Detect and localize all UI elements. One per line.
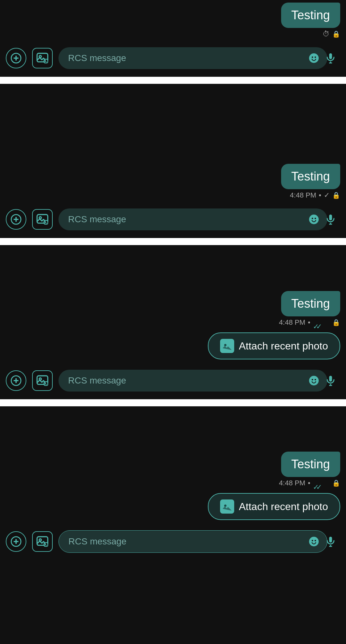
message-time-3: 4:48 PM bbox=[279, 318, 305, 327]
image-attach-button-1[interactable] bbox=[32, 48, 53, 68]
divider-2 bbox=[0, 238, 346, 245]
add-button-3[interactable] bbox=[6, 370, 26, 391]
mic-button-3[interactable] bbox=[325, 375, 336, 386]
svg-point-10 bbox=[315, 57, 316, 58]
emoji-button-2[interactable] bbox=[308, 214, 320, 225]
input-icons-4 bbox=[308, 536, 340, 547]
svg-point-22 bbox=[309, 215, 319, 224]
svg-point-53 bbox=[44, 543, 46, 544]
chat-section-2: Testing 4:48 PM • ✓ 🔒 bbox=[0, 84, 346, 238]
emoji-icon-2 bbox=[308, 214, 320, 225]
emoji-button-1[interactable] bbox=[308, 52, 320, 64]
input-icons-1 bbox=[308, 52, 340, 64]
message-meta-3: 4:48 PM • ✓ ✓ 🔒 bbox=[279, 318, 340, 327]
svg-point-39 bbox=[312, 379, 313, 381]
lock-icon: 🔒 bbox=[332, 30, 340, 38]
svg-point-55 bbox=[312, 540, 313, 542]
check-icon-2: ✓ bbox=[324, 191, 330, 199]
input-icons-2 bbox=[308, 214, 340, 225]
add-button-4[interactable] bbox=[6, 531, 26, 552]
rcs-input-3[interactable] bbox=[58, 370, 327, 392]
dot-separator-2: • bbox=[319, 191, 321, 199]
emoji-icon-1 bbox=[308, 52, 320, 64]
dot-separator-3: • bbox=[308, 318, 310, 327]
rcs-input-1[interactable] bbox=[58, 47, 327, 69]
divider-1 bbox=[0, 77, 346, 84]
attach-photo-icon-4 bbox=[220, 499, 234, 514]
image-attach-button-3[interactable] bbox=[32, 370, 53, 391]
svg-point-23 bbox=[312, 218, 313, 219]
emoji-icon-4 bbox=[308, 536, 320, 547]
emoji-icon-3 bbox=[308, 375, 320, 386]
image-icon-2 bbox=[36, 213, 49, 226]
svg-point-9 bbox=[312, 57, 313, 58]
svg-point-45 bbox=[224, 505, 226, 507]
mic-button-1[interactable] bbox=[325, 52, 336, 64]
mic-icon-4 bbox=[325, 536, 336, 547]
svg-point-38 bbox=[309, 376, 319, 385]
svg-rect-11 bbox=[329, 53, 332, 59]
svg-point-24 bbox=[315, 218, 316, 219]
message-meta-2: 4:48 PM • ✓ 🔒 bbox=[290, 191, 340, 199]
svg-point-40 bbox=[315, 379, 316, 381]
attach-label-4: Attach recent photo bbox=[239, 501, 328, 513]
message-bubble-3: Testing bbox=[281, 291, 340, 316]
input-row-3 bbox=[6, 366, 340, 399]
dot-separator-4: • bbox=[308, 479, 310, 487]
plus-icon-3 bbox=[10, 375, 22, 386]
mic-button-4[interactable] bbox=[325, 536, 336, 547]
input-row-4 bbox=[6, 527, 340, 560]
plus-icon-2 bbox=[10, 214, 22, 225]
plus-icon bbox=[10, 52, 22, 64]
attach-recent-photo-button-4[interactable]: Attach recent photo bbox=[208, 493, 340, 520]
divider-3 bbox=[0, 399, 346, 406]
rcs-input-2[interactable] bbox=[58, 208, 327, 230]
chat-section-3: Testing 4:48 PM • ✓ ✓ 🔒 Attach recent ph… bbox=[0, 245, 346, 399]
message-time-4: 4:48 PM bbox=[279, 479, 305, 487]
svg-point-54 bbox=[309, 537, 319, 546]
image-attach-button-2[interactable] bbox=[32, 209, 53, 230]
image-icon-4 bbox=[36, 535, 49, 548]
image-icon bbox=[36, 52, 49, 65]
mic-button-2[interactable] bbox=[325, 214, 336, 225]
chat-section-1: Testing ⏱ 🔒 bbox=[0, 0, 346, 77]
message-bubble: Testing bbox=[281, 3, 340, 28]
plus-icon-4 bbox=[10, 536, 22, 547]
lock-icon-3: 🔒 bbox=[332, 319, 340, 326]
message-bubble-4: Testing bbox=[281, 452, 340, 477]
chat-section-4: Testing 4:48 PM • ✓ ✓ 🔒 Attach recent ph… bbox=[0, 406, 346, 560]
message-meta-4: 4:48 PM • ✓ ✓ 🔒 bbox=[279, 479, 340, 487]
input-row-1 bbox=[6, 44, 340, 77]
svg-rect-25 bbox=[329, 215, 332, 220]
lock-icon-2: 🔒 bbox=[332, 191, 340, 199]
mic-icon-2 bbox=[325, 214, 336, 225]
svg-point-37 bbox=[44, 382, 46, 384]
mic-icon-1 bbox=[325, 52, 336, 64]
svg-point-7 bbox=[44, 60, 46, 61]
svg-rect-57 bbox=[329, 537, 332, 543]
svg-point-8 bbox=[309, 53, 319, 63]
attach-photo-icon-3 bbox=[220, 339, 234, 353]
lock-icon-4: 🔒 bbox=[332, 479, 340, 487]
emoji-button-3[interactable] bbox=[308, 375, 320, 386]
image-attach-button-4[interactable] bbox=[32, 531, 53, 552]
svg-point-21 bbox=[44, 221, 46, 222]
input-icons-3 bbox=[308, 375, 340, 386]
add-button-1[interactable] bbox=[6, 48, 26, 68]
attach-recent-photo-button-3[interactable]: Attach recent photo bbox=[208, 332, 340, 359]
image-icon-3 bbox=[36, 374, 49, 387]
emoji-button-4[interactable] bbox=[308, 536, 320, 547]
photo-icon-4 bbox=[222, 501, 233, 512]
message-bubble-2: Testing bbox=[281, 164, 340, 189]
add-button-2[interactable] bbox=[6, 209, 26, 230]
timer-icon: ⏱ bbox=[323, 30, 330, 38]
attach-label-3: Attach recent photo bbox=[239, 340, 328, 352]
message-time-2: 4:48 PM bbox=[290, 191, 316, 199]
svg-point-29 bbox=[224, 344, 226, 346]
message-meta: ⏱ 🔒 bbox=[323, 30, 340, 38]
mic-icon-3 bbox=[325, 375, 336, 386]
svg-point-56 bbox=[315, 540, 316, 542]
rcs-input-4[interactable] bbox=[58, 530, 327, 553]
svg-rect-41 bbox=[329, 376, 332, 382]
photo-icon-3 bbox=[222, 340, 233, 351]
